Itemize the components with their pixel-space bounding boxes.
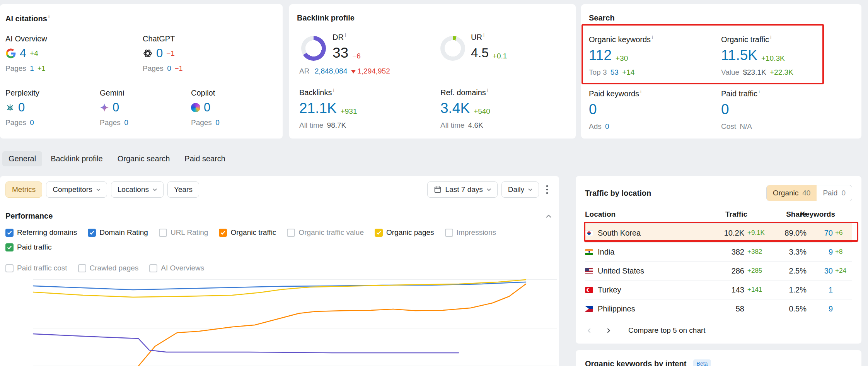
ai-source-name: Gemini [100,89,130,97]
checkbox-checked-icon [88,229,96,237]
perplexity-citations-value[interactable]: 0 [18,101,25,114]
ar-value[interactable]: 2,848,084 [315,67,348,75]
performance-chart [33,255,557,366]
toggle-paid[interactable]: Paid 0 [817,185,852,201]
gemini-icon [100,103,109,112]
pages-label: Pages [143,64,164,72]
tab-paid-search[interactable]: Paid search [178,151,232,166]
more-options-button[interactable] [543,181,551,198]
table-row-turkey[interactable]: Turkey 143+141 1.2% 1 [585,280,852,299]
table-row-philippines[interactable]: Philippines 58 0.5% 9 [585,299,852,318]
tab-organic-search[interactable]: Organic search [111,151,176,166]
date-range-label: Last 7 days [445,185,483,194]
checkbox-checked-icon [5,229,14,237]
collapse-section-button[interactable] [546,214,551,218]
pages-value[interactable]: 0 [215,118,220,127]
paid-keywords-label: Paid keywords [589,89,639,98]
next-page-button[interactable] [604,326,613,335]
google-icon [5,48,16,59]
keywords-value[interactable]: 9 [829,248,833,257]
table-row-united-states[interactable]: United States 286+285 2.5% 30+24 [585,261,852,280]
top3-value[interactable]: 53 [610,68,619,76]
table-row-south-korea[interactable]: South Korea 10.2K+9.1K 89.0% 70+6 [585,223,852,242]
checkbox-checked-icon [5,243,14,251]
chart-line-referring-domains [33,282,526,290]
dr-value: 33 [333,46,348,60]
metric-checkbox-organic-traffic[interactable]: Organic traffic [219,228,276,237]
locations-label: Locations [118,185,149,194]
paid-traffic-value[interactable]: 0 [721,102,729,117]
date-range-dropdown[interactable]: Last 7 days [427,181,498,198]
toggle-organic[interactable]: Organic 40 [767,185,817,201]
ai-source-name: ChatGPT [143,34,184,43]
organic-traffic-value[interactable]: 11.5K [721,48,757,63]
backlinks-block: Backlinksi 21.1K +931 All time 98.7K [299,87,357,130]
metric-checkbox-organic-pages[interactable]: Organic pages [375,228,434,237]
traffic-value: 143 [732,286,744,294]
ads-value[interactable]: 0 [605,122,609,130]
tab-backlink-profile[interactable]: Backlink profile [44,151,109,166]
copilot-citations-value[interactable]: 0 [204,101,210,114]
keywords-value[interactable]: 70 [824,229,833,238]
pages-value[interactable]: 0 [167,64,171,72]
toggle-organic-count: 40 [802,189,810,197]
search-title: Search [589,14,615,22]
info-icon: i [345,32,346,38]
traffic-pagination: Compare top 5 on chart [576,320,861,341]
intent-panel-title: Organic keywords by intent [585,359,686,366]
alltime-value: 98.7K [327,121,346,129]
pages-value[interactable]: 0 [30,118,34,127]
alltime-value: 4.6K [468,121,483,129]
search-title-text: Search [589,14,615,22]
backlinks-value[interactable]: 21.1K [299,101,337,116]
compare-top5-link[interactable]: Compare top 5 on chart [628,326,706,335]
pages-value[interactable]: 0 [124,118,128,127]
col-header-traffic: Traffic [704,210,770,219]
metric-checkbox-organic-traffic-value[interactable]: Organic traffic value [287,228,364,237]
paid-traffic-label: Paid traffic [721,89,757,98]
gemini-pages: Pages 0 [100,118,130,127]
table-row-india[interactable]: India 382+382 3.3% 9+8 [585,242,852,261]
keywords-change: +8 [835,248,852,256]
metric-label: Domain Rating [99,228,148,237]
ur-change: +0.1 [493,52,507,60]
chatgpt-icon [143,48,153,58]
traffic-change: +382 [747,248,770,256]
chatgpt-citations-value[interactable]: 0 [156,47,163,60]
keywords-value[interactable]: 30 [824,267,833,275]
ai-source-name: Perplexity [5,89,39,97]
pages-value[interactable]: 1 [30,64,34,72]
locations-dropdown[interactable]: Locations [111,181,164,198]
info-icon: i [48,14,50,19]
ar-label: AR [299,67,309,75]
share-value: 2.5% [770,267,807,275]
ai-overview-citations-value[interactable]: 4 [20,47,26,60]
metric-checkbox-url-rating[interactable]: URL Rating [159,228,208,237]
search-card: Search Organic keywordsi 112 +30 Top 3 5… [581,4,861,139]
metric-checkbox-referring-domains[interactable]: Referring domains [5,228,77,237]
traffic-table: Location Traffic Share Keywords South Ko… [576,201,861,318]
organic-keywords-value[interactable]: 112 [589,48,612,63]
tab-general[interactable]: General [2,151,42,166]
section-tabs: General Backlink profile Organic search … [2,151,232,167]
backlink-profile-card: Backlink profile DRi 33 −6 AR 2,848,0841… [289,4,576,139]
competitors-dropdown[interactable]: Competitors [46,181,107,198]
metrics-button[interactable]: Metrics [5,181,42,198]
previous-page-button[interactable] [585,326,594,335]
granularity-dropdown[interactable]: Daily [501,181,539,198]
paid-keywords-value[interactable]: 0 [589,102,597,117]
metric-checkbox-impressions[interactable]: Impressions [445,228,496,237]
gemini-citations-value[interactable]: 0 [113,101,119,114]
granularity-label: Daily [508,185,524,194]
metric-label: Organic traffic [230,228,276,237]
competitors-label: Competitors [53,185,92,194]
keywords-value[interactable]: 9 [829,304,833,313]
years-button[interactable]: Years [167,181,199,198]
metric-checkbox-paid-traffic[interactable]: Paid traffic [5,243,51,251]
share-value: 3.3% [770,248,807,257]
ref-domains-value[interactable]: 3.4K [440,101,470,116]
organic-traffic-change: +10.3K [761,54,785,63]
keywords-value[interactable]: 1 [829,286,833,294]
metric-checkbox-domain-rating[interactable]: Domain Rating [88,228,148,237]
backlink-profile-title: Backlink profile [297,14,355,22]
